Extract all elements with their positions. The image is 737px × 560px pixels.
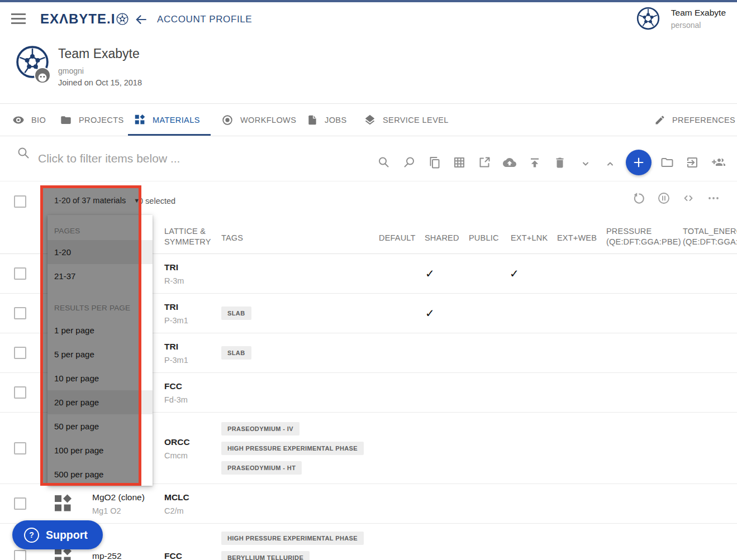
support-label: Support <box>46 529 88 542</box>
tab-workflows[interactable]: WORKFLOWS <box>221 104 296 136</box>
material-cubes-icon <box>53 494 73 516</box>
pencil-icon <box>654 114 665 126</box>
table-row[interactable]: mp-252 FCC HIGH PRESSURE EXPERIMENTAL PH… <box>0 524 737 560</box>
chevron-down-icon[interactable] <box>579 157 592 171</box>
tab-preferences[interactable]: PREFERENCES <box>654 104 735 136</box>
material-name[interactable]: MgO2 (clone) <box>92 492 145 502</box>
symmetry-group: P-3m1 <box>164 356 188 365</box>
tab-label: JOBS <box>325 116 346 125</box>
tags-cell: SLAB <box>221 333 251 372</box>
symmetry-group: R-3m <box>164 276 184 285</box>
folder-icon[interactable] <box>660 156 674 169</box>
undo-icon[interactable] <box>633 192 645 204</box>
open-in-new-icon[interactable] <box>478 156 491 169</box>
tab-label: WORKFLOWS <box>240 116 296 125</box>
filter-toolbar <box>0 136 737 181</box>
reverse-search-icon[interactable] <box>402 156 416 169</box>
filter-input[interactable] <box>37 144 330 173</box>
pause-circle-icon[interactable] <box>658 192 670 204</box>
grid-icon[interactable] <box>453 156 466 169</box>
material-name[interactable]: mp-252 <box>92 551 122 560</box>
copy-icon[interactable] <box>427 156 441 169</box>
symmetry-group: Fd-3m <box>164 395 188 404</box>
tag-chip: HIGH PRESSURE EXPERIMENTAL PHASE <box>221 532 364 545</box>
row-checkbox[interactable] <box>14 550 26 560</box>
lattice-type: MCLC <box>164 492 189 502</box>
tab-service-level[interactable]: SERVICE LEVEL <box>364 104 449 136</box>
row-checkbox[interactable] <box>14 386 26 399</box>
logo-ball-icon <box>116 13 129 25</box>
tag-chip: SLAB <box>221 307 251 320</box>
user-name: Team Exabyte <box>671 8 726 18</box>
materials-cubes-icon <box>134 114 146 126</box>
tag-chip: SLAB <box>221 346 251 360</box>
folder-icon <box>60 114 72 126</box>
tag-chip: BERYLLIUM TELLURIDE <box>221 551 310 560</box>
lattice-type: FCC <box>164 381 188 391</box>
row-checkbox[interactable] <box>14 307 26 319</box>
column-header-total-energy[interactable]: TOTAL_ENERGY(QE:DFT:GGA:PBE) <box>683 226 737 247</box>
row-checkbox[interactable] <box>14 347 26 359</box>
profile-joined-date: Joined on Oct 15, 2018 <box>58 78 142 87</box>
tab-materials[interactable]: MATERIALS <box>134 104 200 136</box>
symmetry-group: C2/m <box>164 506 189 515</box>
shared-checkmark: ✓ <box>425 307 435 320</box>
profile-name: Team Exabyte <box>58 46 140 61</box>
ext-lnk-checkmark: ✓ <box>510 267 519 280</box>
selected-count: 0 selected <box>139 197 175 205</box>
column-header-default[interactable]: DEFAULT <box>379 233 416 243</box>
question-mark-icon: ? <box>24 528 39 543</box>
profile-face-badge <box>34 66 51 84</box>
profile-tabs: BIO PROJECTS MATERIALS WORKFLOWS JOBS SE <box>0 104 737 136</box>
layers-icon <box>364 114 376 126</box>
support-button[interactable]: ? Support <box>12 520 103 549</box>
tab-label: SERVICE LEVEL <box>383 116 449 125</box>
column-header-pressure[interactable]: PRESSURE(QE:DFT:GGA:PBE) <box>606 226 681 247</box>
back-arrow-icon[interactable] <box>134 12 149 29</box>
column-header-shared[interactable]: SHARED <box>425 233 459 243</box>
upload-icon[interactable] <box>528 156 541 169</box>
tab-projects[interactable]: PROJECTS <box>60 104 124 136</box>
row-checkbox[interactable] <box>14 267 26 280</box>
tags-cell: PRASEODYMIUM - IVHIGH PRESSURE EXPERIMEN… <box>221 413 364 484</box>
lattice-type: ORCC <box>164 437 190 447</box>
exit-to-app-icon[interactable] <box>686 156 699 169</box>
tab-label: BIO <box>31 116 46 125</box>
app-logo[interactable]: EXΛBYTE.I <box>40 11 129 27</box>
user-scope: personal <box>671 21 726 30</box>
column-header-ext-lnk[interactable]: EXT+LNK <box>511 233 548 243</box>
code-icon[interactable] <box>682 192 695 204</box>
material-formula: Mg1 O2 <box>92 506 145 515</box>
table-row[interactable]: MgO2 (clone) Mg1 O2 MCLC C2/m ✓ ✓ <box>0 484 737 524</box>
cloud-upload-icon[interactable] <box>503 156 516 169</box>
group-add-icon[interactable] <box>712 156 725 169</box>
column-header-ext-web[interactable]: EXT+WEB <box>557 233 597 243</box>
delete-icon[interactable] <box>553 156 567 169</box>
annotation-highlight-box <box>40 185 141 486</box>
more-icon[interactable] <box>707 192 720 204</box>
bullseye-icon <box>221 114 234 126</box>
lattice-type: FCC <box>164 551 182 560</box>
column-header-lattice[interactable]: LATTICE &SYMMETRY <box>164 226 211 247</box>
menu-icon[interactable] <box>11 13 26 25</box>
tab-bio[interactable]: BIO <box>12 104 46 136</box>
tab-jobs[interactable]: JOBS <box>307 104 346 136</box>
page-title: ACCOUNT PROFILE <box>157 2 252 36</box>
profile-username: gmogni <box>58 66 84 75</box>
chevron-up-icon[interactable] <box>603 157 617 171</box>
row-checkbox[interactable] <box>14 442 26 454</box>
current-user[interactable]: Team Exabyte personal <box>636 7 726 30</box>
lattice-type: TRI <box>164 262 184 272</box>
search-icon[interactable] <box>377 156 391 169</box>
column-header-public[interactable]: PUBLIC <box>469 233 499 243</box>
shared-checkmark: ✓ <box>425 267 435 280</box>
add-fab[interactable] <box>626 150 652 175</box>
row-checkbox[interactable] <box>14 497 26 510</box>
tab-label: PREFERENCES <box>672 116 735 125</box>
tab-label: PROJECTS <box>79 116 124 125</box>
tag-chip: PRASEODYMIUM - HT <box>221 461 302 475</box>
select-all-checkbox[interactable] <box>14 195 26 208</box>
tab-label: MATERIALS <box>153 116 200 125</box>
column-header-tags[interactable]: TAGS <box>221 233 243 243</box>
logo-text: EXΛBYTE.I <box>40 11 115 27</box>
